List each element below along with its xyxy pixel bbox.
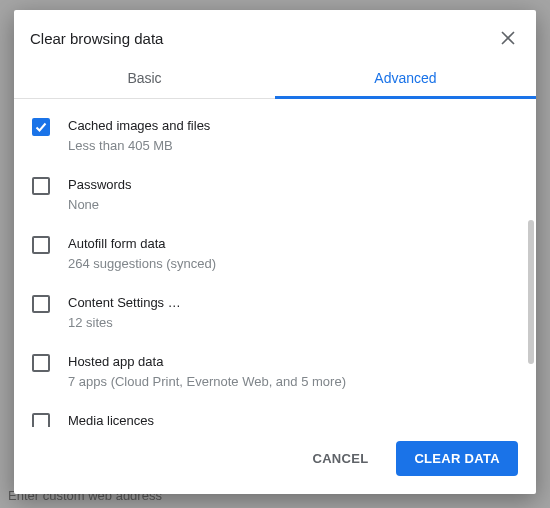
tab-advanced-label: Advanced [374, 70, 436, 86]
option-subtitle: None [68, 196, 514, 215]
checkbox-media-licences[interactable] [32, 413, 50, 427]
cancel-button-label: Cancel [312, 451, 368, 466]
options-list: Cached images and files Less than 405 MB… [14, 99, 536, 427]
option-text: Media licences You may lose access to pr… [68, 412, 514, 427]
checkbox-passwords[interactable] [32, 177, 50, 195]
cancel-button[interactable]: Cancel [294, 441, 386, 476]
checkbox-cached-images[interactable] [32, 118, 50, 136]
scroll-region [528, 100, 536, 424]
checkbox-autofill[interactable] [32, 236, 50, 254]
tab-bar: Basic Advanced [14, 60, 536, 99]
option-text: Hosted app data 7 apps (Cloud Print, Eve… [68, 353, 514, 392]
dialog-footer: Cancel Clear Data [14, 427, 536, 494]
dialog-header: Clear browsing data [14, 10, 536, 60]
option-content-settings: Content Settings … 12 sites [28, 284, 518, 343]
tab-basic[interactable]: Basic [14, 60, 275, 98]
option-text: Cached images and files Less than 405 MB [68, 117, 514, 156]
option-title: Content Settings … [68, 294, 514, 312]
option-subtitle: Less than 405 MB [68, 137, 514, 156]
checkbox-content-settings[interactable] [32, 295, 50, 313]
option-subtitle: 7 apps (Cloud Print, Evernote Web, and 5… [68, 373, 514, 392]
clear-data-button-label: Clear Data [414, 451, 500, 466]
option-cached-images: Cached images and files Less than 405 MB [28, 107, 518, 166]
clear-data-button[interactable]: Clear Data [396, 441, 518, 476]
option-title: Hosted app data [68, 353, 514, 371]
option-title: Media licences [68, 412, 514, 427]
option-subtitle: 264 suggestions (synced) [68, 255, 514, 274]
option-title: Autofill form data [68, 235, 514, 253]
option-text: Autofill form data 264 suggestions (sync… [68, 235, 514, 274]
scrollbar-thumb[interactable] [528, 220, 534, 364]
option-text: Content Settings … 12 sites [68, 294, 514, 333]
option-text: Passwords None [68, 176, 514, 215]
option-subtitle: 12 sites [68, 314, 514, 333]
option-autofill: Autofill form data 264 suggestions (sync… [28, 225, 518, 284]
close-button[interactable] [496, 26, 520, 50]
close-icon [500, 30, 516, 46]
option-passwords: Passwords None [28, 166, 518, 225]
clear-browsing-data-dialog: Clear browsing data Basic Advanced Cache… [14, 10, 536, 494]
tab-basic-label: Basic [127, 70, 161, 86]
option-title: Passwords [68, 176, 514, 194]
option-media-licences: Media licences You may lose access to pr… [28, 402, 518, 427]
option-hosted-app-data: Hosted app data 7 apps (Cloud Print, Eve… [28, 343, 518, 402]
checkbox-hosted-app-data[interactable] [32, 354, 50, 372]
option-title: Cached images and files [68, 117, 514, 135]
tab-advanced[interactable]: Advanced [275, 60, 536, 98]
dialog-title: Clear browsing data [30, 30, 163, 47]
